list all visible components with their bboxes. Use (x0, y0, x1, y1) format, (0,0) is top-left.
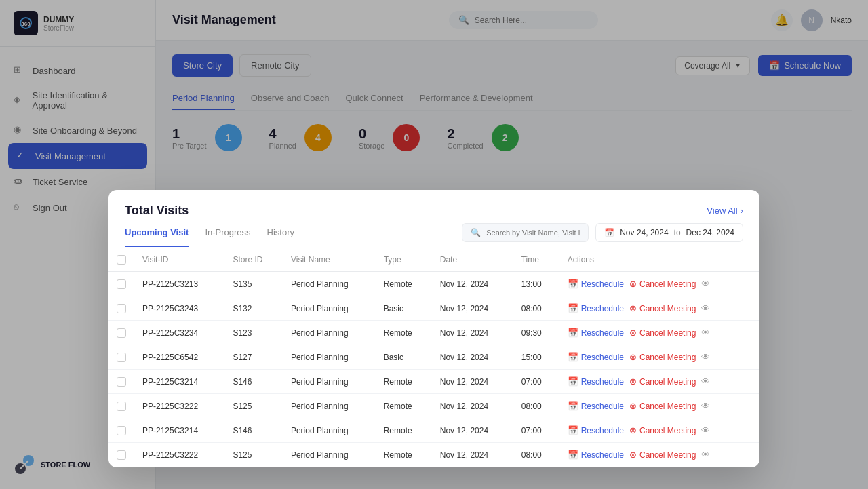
view-button[interactable]: 👁 (701, 450, 710, 460)
cancel-meeting-button[interactable]: ⊗ Cancel Meeting (629, 401, 696, 411)
row-checkbox[interactable] (117, 328, 126, 338)
cell-visit-id: PP-2125C3243 (134, 296, 224, 321)
cancel-icon: ⊗ (629, 425, 637, 435)
table-header: Visit-ID Store ID Visit Name Type Date T… (108, 248, 760, 272)
cell-time: 15:00 (513, 345, 559, 370)
cell-visit-name: Period Planning (283, 321, 376, 345)
view-button[interactable]: 👁 (701, 352, 710, 362)
cancel-meeting-button[interactable]: ⊗ Cancel Meeting (629, 328, 696, 338)
cell-visit-name: Period Planning (283, 443, 376, 467)
eye-icon: 👁 (701, 279, 710, 289)
cancel-icon: ⊗ (629, 279, 637, 289)
cancel-meeting-button[interactable]: ⊗ Cancel Meeting (629, 279, 696, 289)
cell-store-id: S132 (224, 296, 283, 321)
select-all-checkbox[interactable] (117, 255, 126, 265)
calendar-icon: 📅 (568, 352, 578, 362)
view-button[interactable]: 👁 (701, 303, 710, 313)
cell-visit-id: PP-2125C3234 (134, 321, 224, 345)
reschedule-label: Reschedule (581, 402, 624, 411)
row-checkbox[interactable] (117, 426, 126, 435)
row-checkbox[interactable] (117, 450, 126, 460)
select-all-header (108, 248, 134, 272)
row-checkbox[interactable] (117, 279, 126, 289)
cell-time: 08:00 (513, 443, 559, 467)
reschedule-label: Reschedule (581, 328, 624, 338)
cell-actions: 📅 Reschedule ⊗ Cancel Meeting 👁 (559, 443, 760, 467)
cell-type: Remote (376, 272, 432, 296)
cell-actions: 📅 Reschedule ⊗ Cancel Meeting 👁 (559, 296, 760, 321)
cell-actions: 📅 Reschedule ⊗ Cancel Meeting 👁 (559, 418, 760, 443)
cell-store-id: S146 (224, 418, 283, 443)
reschedule-button[interactable]: 📅 Reschedule (568, 303, 624, 313)
cell-store-id: S127 (224, 345, 283, 370)
view-all-link[interactable]: View All › (707, 206, 743, 216)
reschedule-button[interactable]: 📅 Reschedule (568, 352, 624, 362)
row-checkbox-cell (108, 345, 134, 370)
table-row: PP-2125C3222 S125 Period Planning Remote… (108, 394, 760, 418)
row-checkbox[interactable] (117, 402, 126, 411)
row-checkbox-cell (108, 321, 134, 345)
col-actions: Actions (559, 248, 760, 272)
reschedule-button[interactable]: 📅 Reschedule (568, 279, 624, 289)
table-body: PP-2125C3213 S135 Period Planning Remote… (108, 272, 760, 467)
cancel-meeting-button[interactable]: ⊗ Cancel Meeting (629, 425, 696, 435)
cancel-icon: ⊗ (629, 376, 637, 387)
reschedule-button[interactable]: 📅 Reschedule (568, 425, 624, 435)
reschedule-button[interactable]: 📅 Reschedule (568, 450, 624, 460)
cancel-meeting-label: Cancel Meeting (639, 377, 696, 387)
table-row: PP-2125C3213 S135 Period Planning Remote… (108, 272, 760, 296)
view-button[interactable]: 👁 (701, 279, 710, 289)
cancel-meeting-button[interactable]: ⊗ Cancel Meeting (629, 303, 696, 313)
cancel-meeting-label: Cancel Meeting (639, 328, 696, 338)
date-range-picker[interactable]: 📅 Nov 24, 2024 to Dec 24, 2024 (595, 223, 743, 242)
row-checkbox-cell (108, 418, 134, 443)
total-visits-modal: Total Visits View All › Upcoming Visit I… (108, 190, 760, 467)
cell-time: 13:00 (513, 272, 559, 296)
reschedule-button[interactable]: 📅 Reschedule (568, 401, 624, 411)
row-checkbox-cell (108, 272, 134, 296)
modal-tab-upcoming[interactable]: Upcoming Visit (125, 219, 189, 247)
row-checkbox[interactable] (117, 377, 126, 387)
row-checkbox-cell (108, 370, 134, 394)
cancel-meeting-button[interactable]: ⊗ Cancel Meeting (629, 352, 696, 362)
cell-date: Nov 12, 2024 (432, 370, 513, 394)
table-row: PP-2125C3234 S123 Period Planning Remote… (108, 321, 760, 345)
cell-store-id: S125 (224, 443, 283, 467)
row-checkbox[interactable] (117, 353, 126, 362)
date-from: Nov 24, 2024 (620, 228, 668, 237)
col-visit-id: Visit-ID (134, 248, 224, 272)
calendar-icon: 📅 (568, 425, 578, 435)
col-date: Date (432, 248, 513, 272)
cell-visit-name: Period Planning (283, 345, 376, 370)
view-button[interactable]: 👁 (701, 328, 710, 338)
row-checkbox[interactable] (117, 304, 126, 313)
cell-visit-name: Period Planning (283, 418, 376, 443)
eye-icon: 👁 (701, 303, 710, 313)
cell-visit-name: Period Planning (283, 296, 376, 321)
reschedule-label: Reschedule (581, 426, 624, 435)
cancel-meeting-label: Cancel Meeting (639, 279, 696, 289)
view-all-label: View All (707, 206, 737, 216)
modal-tab-inprogress[interactable]: In-Progress (205, 219, 250, 247)
cancel-meeting-button[interactable]: ⊗ Cancel Meeting (629, 450, 696, 460)
row-checkbox-cell (108, 443, 134, 467)
reschedule-button[interactable]: 📅 Reschedule (568, 328, 624, 338)
reschedule-button[interactable]: 📅 Reschedule (568, 376, 624, 387)
search-icon: 🔍 (471, 228, 481, 237)
reschedule-label: Reschedule (581, 353, 624, 362)
cell-visit-id: PP-2125C3222 (134, 394, 224, 418)
cell-visit-id: PP-2125C3214 (134, 370, 224, 394)
cell-actions: 📅 Reschedule ⊗ Cancel Meeting 👁 (559, 272, 760, 296)
view-button[interactable]: 👁 (701, 425, 710, 435)
modal-tab-history[interactable]: History (267, 219, 294, 247)
col-store-id: Store ID (224, 248, 283, 272)
cell-visit-name: Period Planning (283, 272, 376, 296)
modal-search-box: 🔍 (462, 223, 589, 242)
view-button[interactable]: 👁 (701, 401, 710, 411)
col-time: Time (513, 248, 559, 272)
cancel-meeting-button[interactable]: ⊗ Cancel Meeting (629, 376, 696, 387)
cell-visit-name: Period Planning (283, 370, 376, 394)
view-button[interactable]: 👁 (701, 376, 710, 387)
modal-search-input[interactable] (486, 229, 580, 237)
reschedule-label: Reschedule (581, 450, 624, 460)
